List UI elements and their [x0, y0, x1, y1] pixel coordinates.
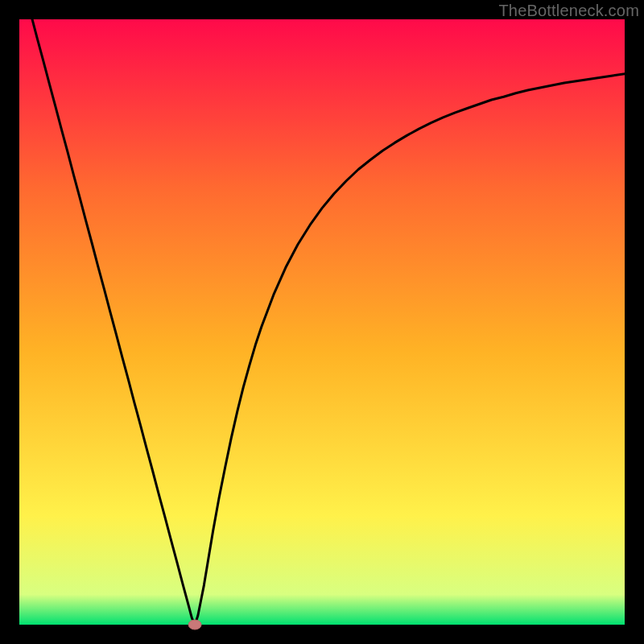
- bottleneck-chart: [0, 0, 644, 644]
- chart-container: TheBottleneck.com: [0, 0, 644, 644]
- plot-area: [19, 19, 625, 625]
- watermark-text: TheBottleneck.com: [498, 2, 639, 20]
- optimal-point-marker: [188, 620, 201, 630]
